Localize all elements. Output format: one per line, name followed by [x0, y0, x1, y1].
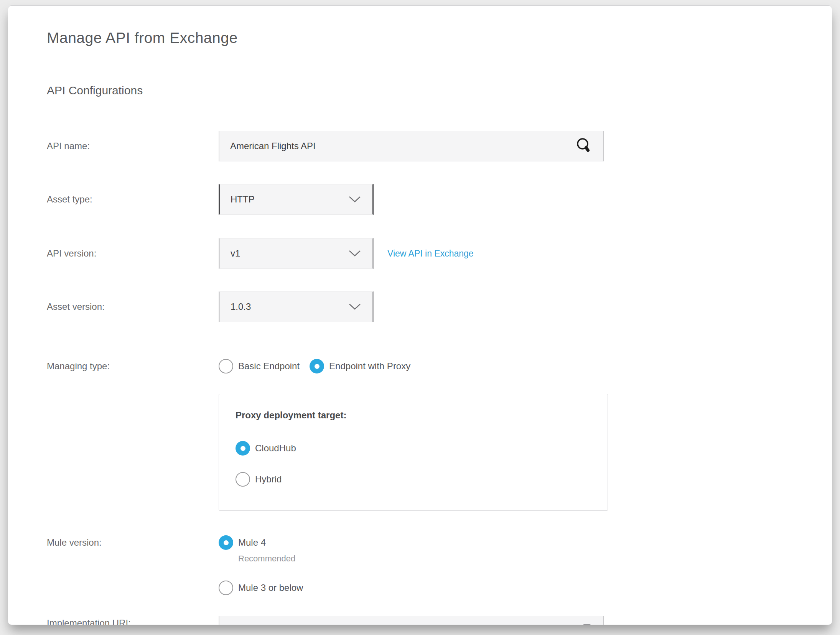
radio-selected-icon[interactable] [236, 441, 250, 456]
chevron-down-icon [349, 303, 361, 310]
asset-type-label: Asset type: [47, 194, 219, 205]
radio-option-label: Basic Endpoint [238, 361, 300, 372]
asset-version-select[interactable]: 1.0.3 [219, 291, 374, 322]
asset-type-value: HTTP [231, 194, 255, 205]
api-version-row: API version: v1 View API in Exchange [47, 238, 832, 269]
proxy-deployment-target-title: Proxy deployment target: [236, 410, 592, 421]
radio-unselected-icon[interactable] [219, 581, 233, 595]
radio-option-label: Mule 3 or below [238, 582, 303, 593]
asset-version-value: 1.0.3 [231, 301, 251, 312]
radio-option-label: CloudHub [255, 443, 296, 454]
view-api-in-exchange-link[interactable]: View API in Exchange [387, 248, 474, 259]
mule-4-recommended-note: Recommended [238, 553, 303, 564]
proxy-box-row: Proxy deployment target: CloudHub Hybrid [47, 394, 832, 511]
radio-option-mule-4[interactable]: Mule 4 [219, 535, 303, 550]
radio-selected-icon[interactable] [219, 535, 233, 550]
radio-option-basic-endpoint[interactable]: Basic Endpoint [219, 359, 300, 373]
chevron-down-icon [349, 250, 361, 257]
radio-unselected-icon[interactable] [219, 359, 233, 373]
autofill-icon [581, 624, 593, 625]
api-name-row: API name: [47, 131, 832, 161]
radio-option-hybrid[interactable]: Hybrid [236, 472, 592, 487]
asset-version-row: Asset version: 1.0.3 [47, 291, 832, 322]
api-version-label: API version: [47, 248, 219, 259]
mule-version-options: Mule 4 Recommended Mule 3 or below [219, 535, 303, 595]
section-title: API Configurations [47, 84, 832, 97]
mule-version-label: Mule version: [47, 535, 219, 550]
radio-selected-icon[interactable] [310, 359, 324, 373]
page-title: Manage API from Exchange [47, 29, 832, 47]
implementation-uri-row: Implementation URI: [47, 616, 832, 625]
chevron-down-icon [349, 196, 361, 203]
managing-type-label: Managing type: [47, 361, 219, 372]
card-content: Manage API from Exchange API Configurati… [8, 6, 832, 625]
radio-option-endpoint-with-proxy[interactable]: Endpoint with Proxy [310, 359, 410, 373]
api-version-value: v1 [231, 248, 240, 259]
search-icon[interactable] [576, 138, 593, 155]
radio-option-cloudhub[interactable]: CloudHub [236, 441, 592, 456]
asset-type-row: Asset type: HTTP [47, 184, 832, 215]
managing-type-options: Basic Endpoint Endpoint with Proxy [219, 359, 410, 373]
proxy-deployment-target-box: Proxy deployment target: CloudHub Hybrid [219, 394, 608, 511]
api-version-select[interactable]: v1 [219, 238, 374, 269]
asset-version-label: Asset version: [47, 301, 219, 312]
managing-type-row: Managing type: Basic Endpoint Endpoint w… [47, 359, 832, 373]
radio-option-label: Mule 4 [238, 537, 266, 548]
asset-type-select[interactable]: HTTP [219, 184, 374, 215]
radio-unselected-icon[interactable] [236, 472, 250, 487]
manage-api-card: Manage API from Exchange API Configurati… [8, 5, 832, 625]
radio-option-label: Hybrid [255, 474, 282, 485]
api-name-label: API name: [47, 141, 219, 151]
radio-option-mule-3-or-below[interactable]: Mule 3 or below [219, 581, 303, 595]
api-name-field[interactable] [219, 131, 604, 161]
api-name-input[interactable] [230, 141, 570, 151]
mule-version-row: Mule version: Mule 4 Recommended Mule 3 … [47, 535, 832, 595]
implementation-uri-field[interactable] [219, 616, 604, 625]
implementation-uri-label: Implementation URI: [47, 616, 219, 625]
radio-option-label: Endpoint with Proxy [329, 361, 410, 372]
